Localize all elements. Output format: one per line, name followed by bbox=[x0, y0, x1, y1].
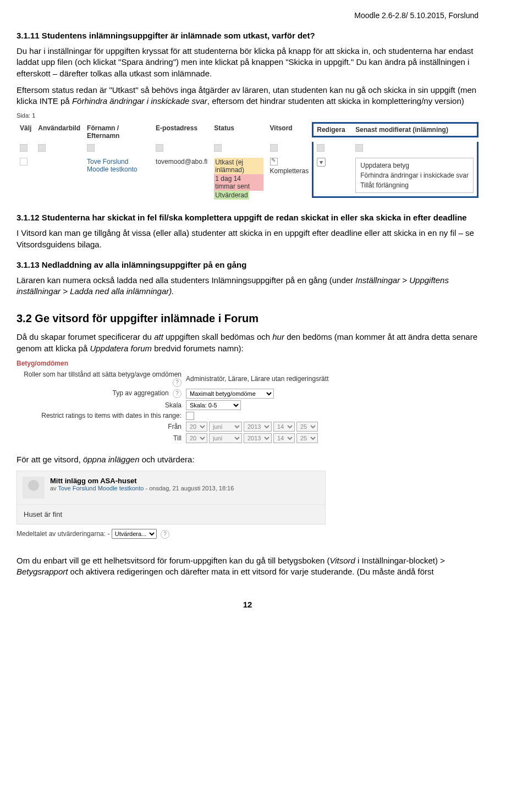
rating-line: Medeltalet av utvärderingarna: - Utvärde… bbox=[16, 529, 479, 539]
checkbox-icon[interactable] bbox=[20, 144, 28, 152]
restrict-checkbox[interactable] bbox=[186, 412, 194, 420]
roles-value: Administratör, Lärare, Lärare utan redig… bbox=[186, 375, 328, 383]
para-final: Om du enbart vill ge ett helhetsvitsord … bbox=[16, 555, 479, 578]
status-cell: Utkast (ej inlämnad) 1 dag 14 timmar sen… bbox=[211, 156, 266, 202]
post-body: Huset är fint bbox=[17, 505, 325, 524]
col-name: Förnamn / Efternamn bbox=[84, 122, 152, 142]
help-icon[interactable] bbox=[173, 389, 182, 398]
to-label: Till bbox=[16, 434, 186, 442]
txt-italic: öppna inläggen bbox=[83, 455, 140, 464]
txt-italic: Vitsord bbox=[329, 556, 355, 565]
from-month-select[interactable]: juni bbox=[209, 422, 242, 432]
para-3-2-intro: Då du skapar forumet specificerar du att… bbox=[16, 332, 479, 354]
restrict-label: Restrict ratings to items with dates in … bbox=[16, 412, 186, 419]
txt: uppgiften skall bedömas och bbox=[163, 332, 272, 341]
from-year-select[interactable]: 2013 bbox=[244, 422, 272, 432]
col-avatar: Användarbild bbox=[35, 122, 84, 142]
ratings-settings-form: Betyg/omdömen Roller som har tillstånd a… bbox=[16, 360, 479, 443]
avatar bbox=[23, 477, 45, 499]
heading-3-1-11: 3.1.11 Studentens inlämningsuppgifter är… bbox=[16, 31, 479, 40]
from-min-select[interactable]: 25 bbox=[296, 422, 318, 432]
para-3-1-13: Läraren kan numera också ladda ned alla … bbox=[16, 275, 479, 297]
table-filter-row bbox=[16, 142, 479, 156]
collapse-icon[interactable] bbox=[214, 144, 222, 152]
status-badge-graded: Utvärderad bbox=[214, 191, 249, 200]
post-byline: av Tove Forslund Moodle testkonto - onsd… bbox=[50, 485, 234, 491]
aggregation-label: Typ av aggregation bbox=[113, 389, 169, 397]
col-status: Status bbox=[211, 122, 266, 142]
menu-prevent-changes[interactable]: Förhindra ändringar i inskickade svar bbox=[360, 170, 469, 180]
scale-label: Skala bbox=[16, 401, 186, 409]
rating-label: Medeltalet av utvärderingarna: - bbox=[16, 530, 109, 538]
menu-allow-extension[interactable]: Tillåt förlängning bbox=[360, 180, 469, 190]
page-indicator: Sida: 1 bbox=[16, 112, 479, 119]
to-hour-select[interactable]: 14 bbox=[273, 433, 295, 443]
table-row: Tove Forslund Moodle testkonto tovemood@… bbox=[16, 156, 479, 202]
student-name-link[interactable]: Tove Forslund Moodle testkonto bbox=[84, 156, 152, 202]
to-min-select[interactable]: 25 bbox=[296, 433, 318, 443]
para-open-posts: För att ge vitsord, öppna inläggen och u… bbox=[16, 454, 479, 465]
aggregation-select[interactable]: Maximalt betyg/omdöme bbox=[186, 389, 274, 399]
edit-icon[interactable] bbox=[270, 158, 278, 165]
txt: Om du enbart vill ge ett helhetsvitsord … bbox=[16, 556, 329, 565]
page-header: Moodle 2.6-2.8/ 5.10.2015, Forslund bbox=[16, 11, 479, 20]
para-3-1-12: I Vitsord kan man ge tillgång åt vissa (… bbox=[16, 228, 479, 250]
edit-dropdown-menu: Uppdatera betyg Förhindra ändringar i in… bbox=[355, 158, 474, 193]
collapse-icon[interactable] bbox=[317, 144, 324, 152]
from-day-select[interactable]: 20 bbox=[186, 422, 207, 432]
rating-select[interactable]: Utvärdera... bbox=[112, 529, 157, 539]
grade-value: Kompletteras bbox=[270, 167, 309, 175]
col-edit: Redigera bbox=[317, 126, 355, 134]
txt: För att ge vitsord, bbox=[16, 455, 83, 464]
txt: Då du skapar forumet specificerar du bbox=[16, 332, 154, 341]
para-3-1-11-b: Eftersom status redan är "Utkast" så beh… bbox=[16, 85, 479, 107]
txt-italic: Betygsrapport bbox=[16, 567, 68, 576]
help-icon[interactable] bbox=[161, 530, 169, 539]
grade-cell: Kompletteras bbox=[267, 156, 312, 202]
to-month-select[interactable]: juni bbox=[209, 433, 242, 443]
scale-select[interactable]: Skala: 0-5 bbox=[186, 400, 241, 410]
txt: Läraren kan numera också ladda ned alla … bbox=[16, 275, 355, 285]
txt: - onsdag, 21 augusti 2013, 18:16 bbox=[144, 485, 234, 491]
col-email: E-postadress bbox=[152, 122, 211, 142]
to-year-select[interactable]: 2013 bbox=[244, 433, 272, 443]
from-hour-select[interactable]: 14 bbox=[273, 422, 295, 432]
status-badge-draft: Utkast (ej inlämnad) bbox=[214, 158, 263, 174]
to-day-select[interactable]: 20 bbox=[186, 433, 207, 443]
txt: och utvärdera: bbox=[140, 455, 195, 464]
status-badge-late: 1 dag 14 timmar sent bbox=[214, 174, 263, 191]
col-select: Välj bbox=[16, 122, 35, 142]
heading-3-1-12: 3.1.12 Studenterna har skickat in fel fi… bbox=[16, 213, 479, 222]
from-label: Från bbox=[16, 423, 186, 430]
collapse-icon[interactable] bbox=[38, 144, 46, 152]
page-number: 12 bbox=[16, 600, 479, 609]
grading-table: Välj Användarbild Förnamn / Efternamn E-… bbox=[16, 122, 479, 202]
collapse-icon[interactable] bbox=[87, 144, 95, 152]
forum-post: Mitt inlägg om ASA-huset av Tove Forslun… bbox=[16, 471, 326, 524]
col-modified: Senast modifierat (inlämning) bbox=[355, 126, 448, 134]
collapse-icon[interactable] bbox=[355, 144, 363, 152]
student-email: tovemood@abo.fi bbox=[152, 156, 211, 202]
table-header-row: Välj Användarbild Förnamn / Efternamn E-… bbox=[16, 122, 479, 142]
post-subject: Mitt inlägg om ASA-huset bbox=[50, 477, 234, 485]
ratings-section-title: Betyg/omdömen bbox=[16, 360, 479, 367]
row-checkbox[interactable] bbox=[20, 158, 28, 165]
txt: av bbox=[50, 485, 58, 491]
txt: och aktivera redigeringen och därefter m… bbox=[68, 567, 433, 576]
menu-update-grade[interactable]: Uppdatera betyg bbox=[360, 161, 469, 170]
heading-3-1-13: 3.1.13 Nedladdning av alla inlämningsupp… bbox=[16, 260, 479, 269]
collapse-icon[interactable] bbox=[270, 144, 278, 152]
txt-italic: hur bbox=[272, 332, 284, 341]
txt: bredvid forumets namn): bbox=[152, 344, 244, 353]
txt-italic: Förhindra ändringar i inskickade svar bbox=[72, 96, 207, 106]
txt: , eftersom det hindrar studenten att ski… bbox=[207, 96, 464, 106]
help-icon[interactable] bbox=[173, 378, 182, 387]
post-author-link[interactable]: Tove Forslund Moodle testkonto bbox=[58, 485, 144, 491]
txt: i Inställningar-blocket) > bbox=[355, 556, 445, 565]
col-grade: Vitsord bbox=[267, 122, 312, 142]
para-3-1-11-a: Du har i inställningar för uppgiften kry… bbox=[16, 46, 479, 79]
heading-3-2: 3.2 Ge vitsord för uppgifter inlämnade i… bbox=[16, 312, 479, 325]
gear-icon[interactable]: ▾ bbox=[317, 158, 326, 167]
collapse-icon[interactable] bbox=[156, 144, 163, 152]
txt-italic: Uppdatera forum bbox=[90, 344, 152, 353]
